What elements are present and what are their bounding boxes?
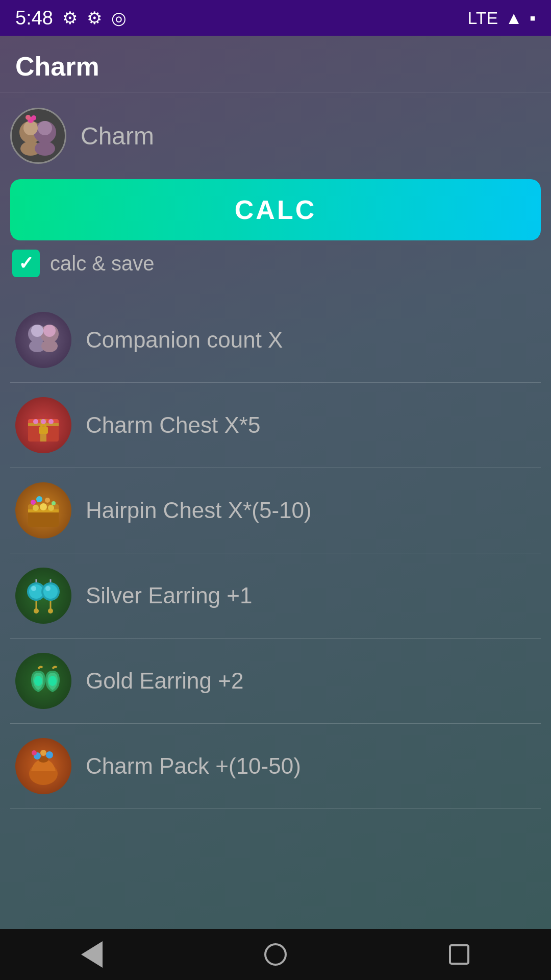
hairpin-chest-icon (15, 482, 71, 538)
nav-home-button[interactable] (255, 934, 296, 975)
list-item[interactable]: Companion count X (10, 298, 541, 383)
svg-point-12 (43, 325, 56, 337)
list-item[interactable]: Charm Chest X*5 (10, 383, 541, 468)
list-item[interactable]: Charm Pack +(10-50) (10, 724, 541, 809)
nav-back-button[interactable] (71, 934, 112, 975)
svg-point-22 (48, 419, 54, 424)
hairpin-chest-label: Hairpin Chest X*(5-10) (86, 498, 312, 523)
charm-avatar-image (15, 113, 61, 159)
refresh-icon: ◎ (111, 8, 127, 28)
svg-point-37 (31, 586, 36, 591)
lte-label: LTE (467, 8, 498, 28)
nav-bar (0, 929, 551, 980)
svg-point-32 (52, 501, 56, 505)
silver-earring-icon-art (23, 575, 64, 616)
companion-count-label: Companion count X (86, 327, 283, 353)
status-time: 5:48 (15, 7, 53, 29)
svg-point-28 (48, 505, 54, 511)
svg-point-14 (41, 340, 58, 352)
charm-chest-icon (15, 397, 71, 453)
status-right: LTE ▲ ▪ (467, 8, 536, 28)
page-title: Charm (15, 51, 536, 82)
svg-rect-23 (28, 510, 59, 527)
gold-earring-icon-art (23, 660, 64, 701)
svg-point-4 (23, 121, 38, 135)
svg-point-3 (35, 141, 55, 156)
page-title-bar: Charm (0, 36, 551, 92)
companion-count-icon (15, 312, 71, 368)
calc-save-checkbox[interactable]: ✓ (12, 250, 40, 277)
silver-earring-icon (15, 568, 71, 624)
companion-icon-art (23, 320, 64, 360)
status-bar: 5:48 ⚙ ⚙ ◎ LTE ▲ ▪ (0, 0, 551, 36)
charm-chest-icon-art (23, 405, 64, 446)
calc-save-row[interactable]: ✓ calc & save (10, 250, 541, 277)
svg-point-20 (33, 419, 38, 424)
svg-point-52 (32, 750, 37, 755)
svg-point-34 (29, 584, 43, 599)
home-icon (264, 943, 287, 966)
charm-chest-label: Charm Chest X*5 (86, 412, 260, 438)
item-list: Companion count X (10, 298, 541, 809)
battery-icon: ▪ (530, 8, 536, 28)
svg-point-29 (31, 500, 36, 505)
gold-earring-label: Gold Earring +2 (86, 668, 243, 694)
signal-icon: ▲ (505, 8, 522, 28)
charm-pack-label: Charm Pack +(10-50) (86, 753, 301, 779)
list-item[interactable]: Silver Earring +1 (10, 553, 541, 639)
svg-point-30 (36, 496, 42, 502)
svg-point-38 (45, 586, 51, 591)
back-icon (81, 941, 103, 968)
recent-icon (449, 944, 469, 965)
settings-icon-1: ⚙ (62, 8, 78, 28)
calc-save-label: calc & save (50, 252, 155, 275)
silver-earring-label: Silver Earring +1 (86, 583, 252, 608)
svg-point-21 (41, 419, 46, 424)
svg-point-51 (46, 751, 53, 758)
svg-point-46 (48, 676, 57, 686)
list-item[interactable]: Hairpin Chest X*(5-10) (10, 468, 541, 553)
list-item[interactable]: Gold Earring +2 (10, 639, 541, 724)
check-icon: ✓ (18, 253, 34, 274)
svg-point-31 (45, 498, 50, 503)
main-content: Charm CALC ✓ calc & save Companion coun (0, 92, 551, 824)
svg-point-36 (43, 584, 58, 599)
calc-button[interactable]: CALC (10, 179, 541, 240)
hairpin-chest-icon-art (23, 490, 64, 531)
svg-point-44 (48, 608, 53, 614)
charm-header-row: Charm (10, 108, 541, 164)
svg-point-27 (40, 503, 47, 510)
svg-point-45 (34, 676, 42, 686)
svg-point-26 (33, 505, 39, 511)
charm-pack-icon-art (23, 746, 64, 787)
svg-point-7 (31, 115, 36, 120)
svg-point-8 (26, 115, 31, 120)
nav-recent-button[interactable] (439, 934, 480, 975)
svg-point-50 (40, 750, 46, 756)
settings-icon-2: ⚙ (87, 8, 102, 28)
svg-rect-19 (39, 427, 48, 434)
svg-point-43 (34, 608, 39, 614)
status-left: 5:48 ⚙ ⚙ ◎ (15, 7, 127, 29)
svg-point-11 (31, 325, 43, 337)
charm-avatar (10, 108, 66, 164)
charm-pack-icon (15, 738, 71, 794)
svg-point-5 (38, 121, 52, 135)
charm-header-label: Charm (81, 122, 154, 150)
gold-earring-icon (15, 653, 71, 709)
